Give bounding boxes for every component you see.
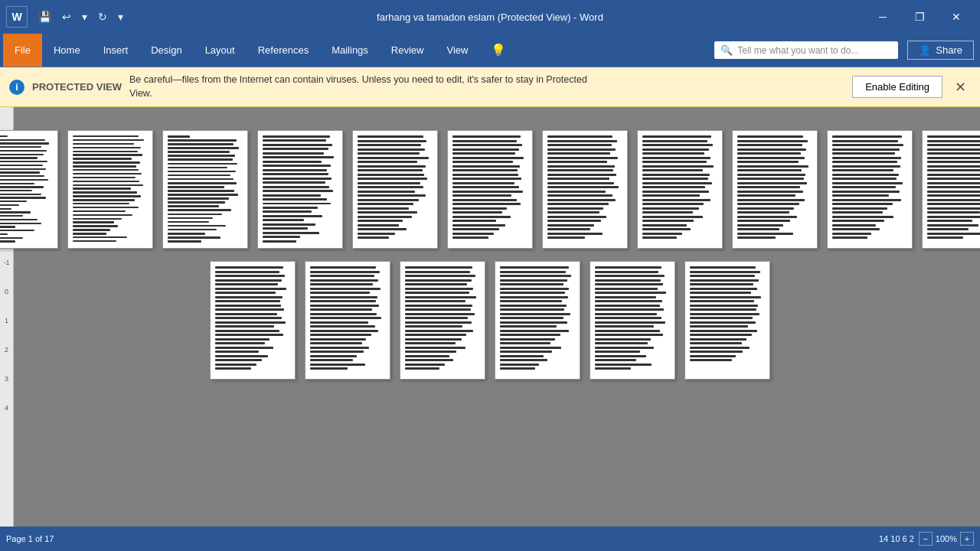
pages-container — [0, 122, 980, 387]
customize-button[interactable]: ▾ — [113, 8, 128, 26]
page-thumb-11[interactable] — [922, 130, 980, 249]
window-controls: ─ ❐ ✕ — [865, 5, 974, 29]
undo-dropdown-button[interactable]: ▾ — [77, 8, 92, 26]
save-button[interactable]: 💾 — [34, 8, 56, 26]
menu-file[interactable]: File — [3, 34, 42, 67]
pages-row-2 — [210, 261, 770, 380]
menu-insert[interactable]: Insert — [92, 34, 140, 67]
search-bar[interactable]: 🔍 Tell me what you want to do... — [714, 41, 898, 59]
restore-button[interactable]: ❐ — [902, 5, 937, 29]
title-bar-left: W 💾 ↩ ▾ ↻ ▾ — [6, 6, 128, 28]
search-placeholder: Tell me what you want to do... — [737, 45, 858, 56]
document-area: -2 -1 0 1 2 3 4 — [0, 107, 980, 527]
zoom-level: 100% — [936, 534, 957, 543]
page-thumb-9[interactable] — [732, 130, 818, 249]
page-thumb-7[interactable] — [542, 130, 628, 249]
menu-help[interactable]: 💡 — [479, 34, 518, 67]
pages-row-1 — [0, 130, 980, 249]
zoom-controls: − 100% + — [919, 532, 974, 546]
protected-view-message: Be careful—files from the Internet can c… — [129, 73, 844, 100]
close-banner-button[interactable]: ✕ — [950, 77, 971, 97]
menu-layout[interactable]: Layout — [194, 34, 247, 67]
menu-view[interactable]: View — [435, 34, 479, 67]
page-thumb-5[interactable] — [352, 130, 438, 249]
window-title: farhang va tamadon eslam (Protected View… — [377, 11, 603, 23]
page-thumb-6[interactable] — [447, 130, 533, 249]
menu-bar: File Home Insert Design Layout Reference… — [0, 34, 980, 67]
page-thumb-16[interactable] — [590, 261, 675, 380]
word-icon: W — [6, 6, 28, 28]
zoom-out-button[interactable]: − — [919, 532, 933, 546]
page-thumb-15[interactable] — [495, 261, 580, 380]
protected-view-label: PROTECTED VIEW — [32, 81, 122, 93]
enable-editing-button[interactable]: Enable Editing — [852, 76, 942, 98]
page-thumb-1[interactable] — [0, 130, 58, 249]
menu-review[interactable]: Review — [380, 34, 436, 67]
menu-design[interactable]: Design — [139, 34, 193, 67]
status-bar: Page 1 of 17 14 10 6 2 − 100% + — [0, 527, 980, 551]
page-thumb-17[interactable] — [684, 261, 770, 380]
status-right: 14 10 6 2 − 100% + — [879, 532, 974, 546]
page-thumb-3[interactable] — [162, 130, 248, 249]
minimize-button[interactable]: ─ — [865, 5, 900, 29]
page-thumb-10[interactable] — [827, 130, 913, 249]
menu-references[interactable]: References — [247, 34, 320, 67]
undo-button[interactable]: ↩ — [57, 8, 76, 26]
page-thumb-2[interactable] — [67, 130, 153, 249]
quick-access-toolbar: 💾 ↩ ▾ ↻ ▾ — [34, 8, 128, 26]
word-count: 14 10 6 2 — [879, 534, 914, 543]
page-thumb-13[interactable] — [305, 261, 390, 380]
share-icon: 👤 — [919, 44, 931, 56]
page-thumb-4[interactable] — [257, 130, 343, 249]
search-icon: 🔍 — [720, 44, 733, 56]
menu-mailings[interactable]: Mailings — [320, 34, 380, 67]
title-bar: W 💾 ↩ ▾ ↻ ▾ farhang va tamadon eslam (Pr… — [0, 0, 980, 34]
protected-view-banner: i PROTECTED VIEW Be careful—files from t… — [0, 67, 980, 107]
page-thumb-14[interactable] — [400, 261, 485, 380]
page-thumb-8[interactable] — [637, 130, 723, 249]
page-info: Page 1 of 17 — [6, 534, 54, 543]
info-icon: i — [9, 80, 24, 95]
close-button[interactable]: ✕ — [939, 5, 974, 29]
share-button[interactable]: 👤 Share — [907, 41, 974, 60]
menu-home[interactable]: Home — [42, 34, 92, 67]
redo-button[interactable]: ↻ — [93, 8, 112, 26]
page-thumb-12[interactable] — [210, 261, 296, 380]
zoom-in-button[interactable]: + — [960, 532, 974, 546]
